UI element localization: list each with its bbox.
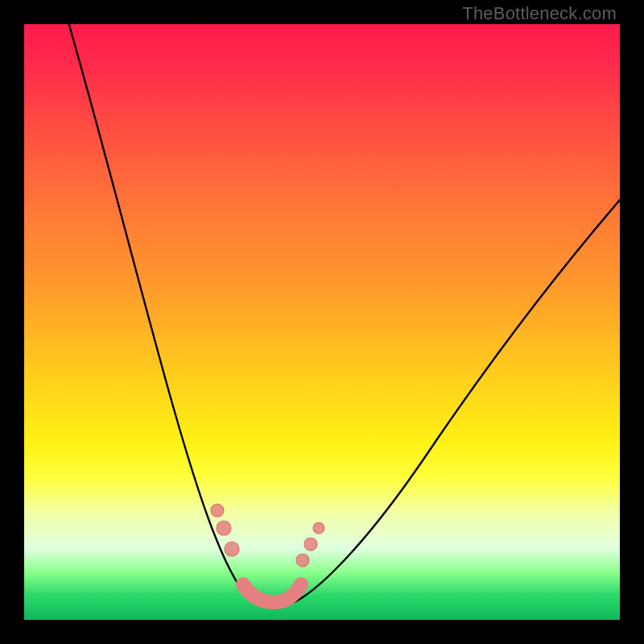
marker-right-2	[313, 522, 324, 534]
marker-left-1	[217, 521, 231, 535]
marker-right-0	[296, 554, 309, 567]
trough-band	[243, 584, 301, 602]
curve-overlay	[24, 24, 620, 620]
marker-right-1	[304, 538, 317, 551]
right-curve	[295, 198, 620, 602]
marker-left-0	[211, 504, 224, 517]
plot-area	[24, 24, 620, 620]
outer-frame: TheBottleneck.com	[0, 0, 644, 644]
left-curve	[68, 24, 253, 602]
watermark-text: TheBottleneck.com	[462, 3, 617, 24]
marker-left-2	[225, 542, 239, 556]
